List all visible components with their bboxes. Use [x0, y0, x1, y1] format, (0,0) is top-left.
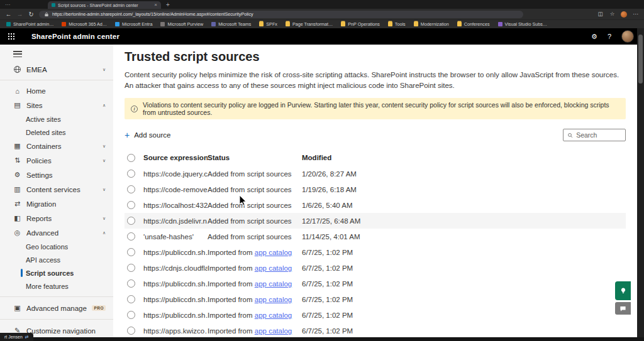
row-radio[interactable]: [127, 248, 135, 256]
row-radio[interactable]: [127, 185, 135, 193]
sidebar-item-geo-locations[interactable]: Geo locations: [0, 240, 113, 253]
cell-status: Added from script sources: [208, 170, 302, 178]
cell-modified: 11/14/25, 4:01 AM: [302, 233, 626, 241]
bookmark-tools[interactable]: Tools: [388, 21, 406, 27]
back-icon[interactable]: ←: [5, 11, 12, 18]
column-modified[interactable]: Modified: [302, 154, 626, 161]
bookmark-spfx[interactable]: SPFx: [259, 21, 277, 27]
refresh-icon[interactable]: ↻: [28, 11, 35, 18]
sidebar-item-home[interactable]: ⌂Home: [0, 84, 113, 98]
bookmark-microsoft-purview[interactable]: Microsoft Purview: [160, 21, 203, 27]
select-all-radio[interactable]: [127, 154, 135, 162]
app-catalog-link[interactable]: app catalog: [255, 264, 292, 272]
split-screen-icon[interactable]: ◫: [597, 11, 604, 17]
bookmark-microsoft-365-ad[interactable]: Microsoft 365 Ad…: [62, 21, 107, 27]
feedback-widget-button[interactable]: [615, 281, 631, 300]
sidebar-item-script-sources[interactable]: Script sources: [0, 266, 113, 279]
row-radio[interactable]: [127, 170, 135, 178]
info-banner-text: Violations to content security policy ar…: [143, 101, 619, 116]
search-icon: [567, 132, 573, 139]
table-row[interactable]: https://cdnjs.cloudfla…Imported from app…: [125, 260, 626, 276]
cell-status: Added from script sources: [208, 186, 302, 193]
sidebar-item-deleted-sites[interactable]: Deleted sites: [0, 126, 113, 139]
forward-icon[interactable]: →: [16, 11, 23, 18]
app-catalog-link[interactable]: app catalog: [255, 296, 292, 303]
table-row[interactable]: https://publiccdn.sh…Imported from app c…: [125, 291, 626, 307]
sidebar-item-active-sites[interactable]: Active sites: [0, 112, 113, 126]
table-row[interactable]: https://code.jquery.c…Added from script …: [125, 166, 626, 181]
sidebar-item-content-services[interactable]: ▥Content services∨: [0, 182, 113, 197]
column-status[interactable]: Status: [208, 154, 302, 161]
sidebar-item-more-features[interactable]: More features: [0, 279, 113, 293]
browser-menu-icon[interactable]: ⋯: [632, 11, 639, 17]
bookmark-microsoft-entra[interactable]: Microsoft Entra: [115, 21, 152, 27]
chevron-down-icon: ∨: [103, 216, 106, 221]
screen-share-pill[interactable]: rt Jensen ⇄: [0, 333, 33, 341]
sidebar-item-advanced-management[interactable]: ▣Advanced managementPRO: [0, 301, 113, 315]
sidebar-item-sites[interactable]: ▤Sites∧: [0, 98, 113, 112]
sites-icon: ▤: [13, 101, 21, 109]
bookmark-sharepoint-admin[interactable]: SharePoint admin…: [6, 21, 53, 27]
table-row[interactable]: https://apps.kwizco…Imported from app ca…: [125, 323, 626, 337]
app-catalog-link[interactable]: app catalog: [255, 311, 292, 319]
sidebar-item-api-access[interactable]: API access: [0, 253, 113, 266]
tab-favicon-icon: [52, 3, 55, 7]
row-radio[interactable]: [127, 279, 135, 288]
sidebar-item-policies[interactable]: ⇅Policies∨: [0, 153, 113, 168]
info-banner: i Violations to content security policy …: [125, 98, 626, 119]
help-icon[interactable]: ?: [608, 33, 611, 40]
sidebar-item-migration[interactable]: ⇄Migration: [0, 197, 113, 211]
table-row[interactable]: https://cdn.jsdelivr.n…Added from script…: [125, 213, 626, 229]
sidebar-item-containers[interactable]: ▦Containers∨: [0, 139, 113, 153]
row-radio[interactable]: [127, 327, 135, 335]
favorites-icon[interactable]: ☆: [609, 11, 616, 17]
scrollbar-thumb[interactable]: [638, 35, 643, 84]
row-radio[interactable]: [127, 264, 135, 272]
bookmark-modernization[interactable]: Modernization: [414, 21, 449, 27]
bookmark-label: Tools: [395, 21, 406, 27]
bookmark-pnp-operations[interactable]: PnP Operations: [341, 21, 380, 27]
sidebar-item-label: Containers: [26, 143, 62, 150]
page-scrollbar[interactable]: [637, 28, 644, 337]
bookmark-microsoft-teams[interactable]: Microsoft Teams: [211, 21, 251, 27]
address-bar[interactable]: https://bertonline-admin.sharepoint.com/…: [39, 11, 523, 18]
browser-profile-avatar[interactable]: [621, 11, 627, 18]
bookmark-conferences[interactable]: Conferences: [457, 21, 490, 27]
cell-modified: 1/20/26, 8:27 AM: [302, 170, 626, 178]
app-catalog-link[interactable]: app catalog: [255, 327, 292, 335]
cell-source-expression: https://publiccdn.sh…: [143, 296, 208, 303]
bookmark-page-transformat[interactable]: Page Transformat…: [286, 21, 333, 27]
row-radio[interactable]: [127, 232, 135, 241]
app-launcher-button[interactable]: [0, 28, 23, 45]
region-selector[interactable]: EMEA ∨: [0, 62, 113, 77]
table-row[interactable]: https://localhost:432…Added from script …: [125, 197, 626, 213]
app-catalog-link[interactable]: app catalog: [255, 280, 292, 288]
tab-actions-icon[interactable]: ⋯: [5, 2, 10, 8]
row-radio[interactable]: [127, 295, 135, 303]
app-catalog-link[interactable]: app catalog: [255, 249, 292, 256]
chat-icon: [619, 305, 626, 312]
gear-icon[interactable]: ⚙: [591, 33, 597, 41]
user-avatar[interactable]: [621, 30, 634, 43]
row-radio[interactable]: [127, 217, 135, 225]
browser-tab[interactable]: Script sources - SharePoint admin center…: [48, 1, 161, 9]
chat-widget-button[interactable]: [615, 302, 631, 315]
search-input[interactable]: [576, 131, 621, 139]
table-row[interactable]: 'unsafe-hashes'Added from script sources…: [125, 229, 626, 244]
table-row[interactable]: https://publiccdn.sh…Imported from app c…: [125, 276, 626, 291]
table-row[interactable]: https://code-remove…Added from script so…: [125, 181, 626, 197]
search-box[interactable]: [563, 129, 626, 141]
hamburger-menu-icon[interactable]: [13, 51, 22, 57]
add-source-button[interactable]: + Add source: [125, 131, 170, 139]
sidebar-item-settings[interactable]: ⚙Settings: [0, 168, 113, 182]
row-radio[interactable]: [127, 311, 135, 319]
table-row[interactable]: https://publiccdn.sh…Imported from app c…: [125, 307, 626, 323]
tab-close-icon[interactable]: ×: [154, 3, 157, 8]
column-source-expression[interactable]: Source expression: [143, 154, 208, 161]
sidebar-item-advanced[interactable]: ◎Advanced∧: [0, 225, 113, 240]
new-tab-button[interactable]: +: [166, 1, 170, 8]
row-radio[interactable]: [127, 201, 135, 209]
sidebar-item-reports[interactable]: ◧Reports∨: [0, 211, 113, 225]
table-row[interactable]: https://publiccdn.sh…Imported from app c…: [125, 244, 626, 260]
bookmark-visual-studio-subs[interactable]: Visual Studio Subs…: [498, 21, 547, 27]
